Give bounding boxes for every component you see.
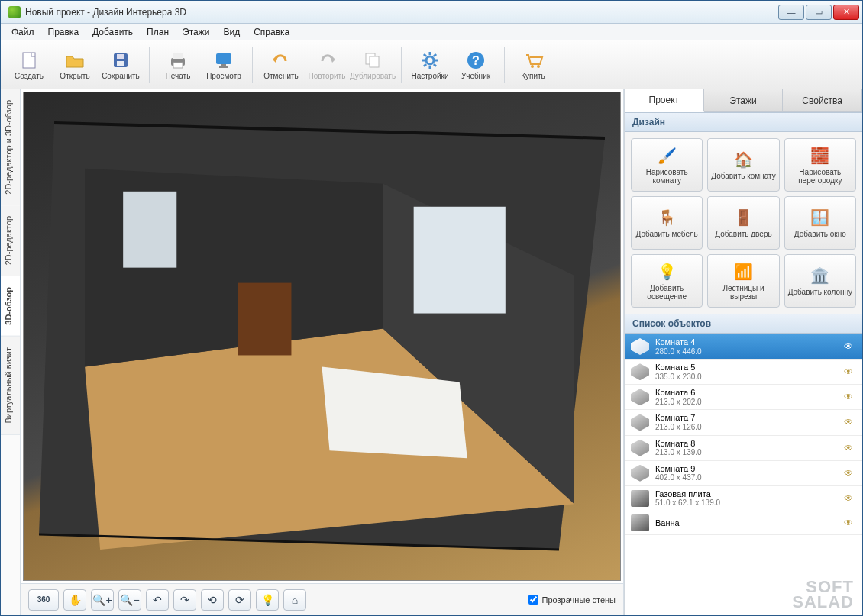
object-item[interactable]: Газовая плита51.0 x 62.1 x 139.0👁 — [625, 486, 862, 511]
visibility-icon[interactable]: 👁 — [844, 341, 856, 352]
object-item[interactable]: Комната 7213.0 x 126.0👁 — [625, 410, 862, 435]
menu-план[interactable]: План — [141, 25, 175, 39]
view-rot-ccw-button[interactable]: ⟳ — [228, 589, 251, 611]
menu-справка[interactable]: Справка — [247, 25, 296, 39]
object-dimensions: 213.0 x 139.0 — [655, 448, 838, 457]
visibility-icon[interactable]: 👁 — [844, 443, 856, 453]
add-light-button[interactable]: 💡Добавить освещение — [631, 254, 703, 308]
svg-text:?: ? — [472, 54, 480, 67]
left-tab-3d[interactable]: 3D-обзор — [1, 276, 20, 337]
svg-rect-8 — [221, 64, 226, 66]
dup-button[interactable]: Дублировать — [351, 44, 395, 86]
add-room-button[interactable]: 🏠Добавить комнату — [707, 138, 779, 192]
object-item[interactable]: Ванна👁 — [625, 511, 862, 535]
object-item[interactable]: Комната 5335.0 x 230.0👁 — [625, 360, 862, 385]
visibility-icon[interactable]: 👁 — [844, 493, 856, 504]
transparent-walls-checkbox[interactable]: Прозрачные стены — [528, 595, 616, 605]
left-tab-2d3d[interactable]: 2D-редактор и 3D-обзор — [1, 89, 20, 205]
printer-icon — [167, 50, 189, 71]
object-item[interactable]: Комната 6213.0 x 202.0👁 — [625, 385, 862, 410]
view-rot-r-button[interactable]: ↷ — [173, 589, 196, 611]
draw-wall-button[interactable]: 🧱Нарисовать перегородку — [784, 138, 856, 192]
rot-r-icon: ↷ — [180, 594, 189, 606]
add-column-icon: 🏛️ — [810, 266, 831, 285]
view-hand-button[interactable]: ✋ — [63, 589, 86, 611]
tutorial-button[interactable]: ?Учебник — [454, 44, 498, 86]
menu-вид[interactable]: Вид — [217, 25, 246, 39]
object-dimensions: 51.0 x 62.1 x 139.0 — [655, 498, 838, 508]
view-rot-cw-button[interactable]: ⟲ — [201, 589, 224, 611]
redo-button[interactable]: Повторить — [305, 44, 349, 86]
settings-button[interactable]: Настройки — [408, 44, 452, 86]
svg-point-26 — [537, 65, 540, 68]
transparent-walls-input[interactable] — [528, 595, 538, 605]
right-tab-Этажи[interactable]: Этажи — [704, 89, 784, 111]
object-icon — [631, 363, 649, 380]
add-door-button[interactable]: 🚪Добавить дверь — [707, 196, 779, 250]
object-dimensions: 213.0 x 202.0 — [655, 398, 838, 407]
add-window-button[interactable]: 🪟Добавить окно — [784, 196, 856, 250]
right-tab-Проект[interactable]: Проект — [625, 89, 704, 112]
menu-правка[interactable]: Правка — [42, 25, 86, 39]
menu-файл[interactable]: Файл — [5, 25, 40, 39]
object-item[interactable]: Комната 9402.0 x 437.0👁 — [625, 461, 862, 486]
close-button[interactable]: ✕ — [833, 5, 859, 20]
print-button[interactable]: Печать — [156, 44, 200, 86]
objects-list[interactable]: Комната 4280.0 x 446.0👁Комната 5335.0 x … — [625, 334, 862, 615]
add-furn-button[interactable]: 🪑Добавить мебель — [631, 196, 703, 250]
view-rot-l-button[interactable]: ↶ — [146, 589, 169, 611]
object-name: Комната 7 — [655, 413, 838, 423]
preview-button[interactable]: Просмотр — [202, 44, 246, 86]
object-item[interactable]: Комната 4280.0 x 446.0👁 — [625, 334, 862, 360]
save-button[interactable]: Сохранить — [99, 44, 143, 86]
toolbar-separator — [401, 47, 402, 83]
visibility-icon[interactable]: 👁 — [844, 468, 856, 479]
draw-room-button[interactable]: 🖌️Нарисовать комнату — [631, 138, 703, 192]
svg-rect-13 — [370, 56, 379, 67]
zoom-in-icon: 🔍+ — [92, 594, 112, 606]
undo-button[interactable]: Отменить — [259, 44, 303, 86]
rot-ccw-icon: ⟳ — [235, 594, 244, 606]
3d-viewport[interactable] — [23, 92, 621, 581]
object-item[interactable]: Комната 8213.0 x 139.0👁 — [625, 436, 862, 461]
toolbar-separator — [149, 47, 150, 83]
svg-rect-32 — [414, 207, 506, 314]
help-icon: ? — [465, 50, 486, 71]
undo-icon — [270, 50, 292, 71]
menu-этажи[interactable]: Этажи — [176, 25, 215, 39]
cart-icon — [522, 50, 544, 71]
svg-line-21 — [424, 64, 426, 66]
stairs-button[interactable]: 📶Лестницы и вырезы — [707, 254, 779, 308]
object-icon — [631, 414, 649, 431]
view-zoom-in-button[interactable]: 🔍+ — [91, 589, 114, 611]
toolbar-separator — [252, 47, 253, 83]
menu-bar: ФайлПравкаДобавитьПланЭтажиВидСправка — [1, 24, 862, 40]
visibility-icon[interactable]: 👁 — [844, 518, 856, 528]
buy-button[interactable]: Купить — [511, 44, 555, 86]
right-tab-Свойства[interactable]: Свойства — [783, 89, 862, 111]
svg-rect-6 — [173, 63, 183, 68]
view-zoom-out-button[interactable]: 🔍− — [118, 589, 141, 611]
view-home-button[interactable]: ⌂ — [283, 589, 306, 611]
object-name: Комната 4 — [655, 337, 838, 347]
object-dimensions: 402.0 x 437.0 — [655, 473, 838, 482]
visibility-icon[interactable]: 👁 — [844, 392, 856, 402]
window-title: Новый проект - Дизайн Интерьера 3D — [25, 7, 777, 18]
add-column-button[interactable]: 🏛️Добавить колонну — [784, 254, 856, 308]
create-button[interactable]: Создать — [7, 44, 51, 86]
left-tab-virt[interactable]: Виртуальный визит — [1, 337, 20, 435]
view-360-button[interactable]: 360 — [28, 589, 59, 611]
menu-добавить[interactable]: Добавить — [86, 25, 139, 39]
svg-rect-0 — [23, 53, 35, 68]
open-button[interactable]: Открыть — [53, 44, 97, 86]
visibility-icon[interactable]: 👁 — [844, 366, 856, 377]
minimize-button[interactable]: — — [778, 5, 804, 20]
object-name: Комната 5 — [655, 363, 838, 373]
maximize-button[interactable]: ▭ — [806, 5, 832, 20]
left-tab-2d[interactable]: 2D-редактор — [1, 205, 20, 276]
visibility-icon[interactable]: 👁 — [844, 417, 856, 427]
left-view-tabs: 2D-редактор и 3D-обзор2D-редактор3D-обзо… — [1, 89, 21, 615]
svg-point-14 — [426, 56, 434, 64]
window-controls: — ▭ ✕ — [777, 5, 859, 20]
view-bulb-button[interactable]: 💡 — [256, 589, 279, 611]
